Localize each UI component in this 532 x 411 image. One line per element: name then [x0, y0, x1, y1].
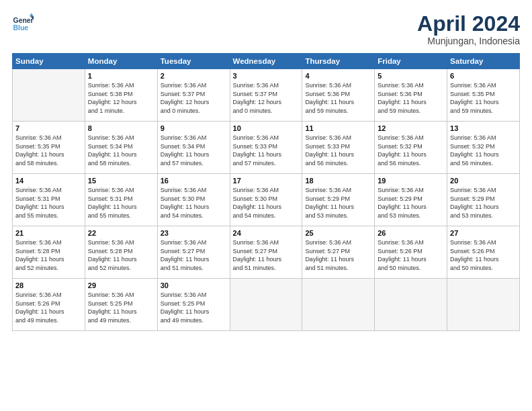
month-title: April 2024	[417, 12, 520, 36]
weekday-header-row: SundayMondayTuesdayWednesdayThursdayFrid…	[13, 54, 520, 69]
calendar-cell	[447, 279, 520, 331]
day-number: 21	[15, 229, 82, 237]
day-number: 8	[88, 124, 154, 132]
calendar-cell: 12Sunrise: 5:36 AM Sunset: 5:32 PM Dayli…	[375, 122, 447, 174]
day-number: 11	[305, 124, 371, 132]
weekday-header: Tuesday	[157, 54, 230, 69]
calendar-cell: 7Sunrise: 5:36 AM Sunset: 5:35 PM Daylig…	[13, 122, 85, 174]
calendar-cell: 24Sunrise: 5:36 AM Sunset: 5:27 PM Dayli…	[230, 226, 302, 279]
day-info: Sunrise: 5:36 AM Sunset: 5:26 PM Dayligh…	[378, 238, 444, 272]
day-number: 20	[450, 177, 517, 185]
calendar-cell: 6Sunrise: 5:36 AM Sunset: 5:35 PM Daylig…	[447, 69, 520, 122]
calendar-cell: 19Sunrise: 5:36 AM Sunset: 5:29 PM Dayli…	[375, 174, 447, 226]
logo-icon: General Blue	[12, 12, 34, 34]
weekday-header: Sunday	[13, 54, 85, 69]
calendar-cell: 11Sunrise: 5:36 AM Sunset: 5:33 PM Dayli…	[302, 122, 375, 174]
day-info: Sunrise: 5:36 AM Sunset: 5:32 PM Dayligh…	[450, 134, 517, 167]
day-number: 1	[88, 72, 154, 80]
calendar-cell: 29Sunrise: 5:36 AM Sunset: 5:25 PM Dayli…	[85, 279, 157, 331]
day-info: Sunrise: 5:36 AM Sunset: 5:28 PM Dayligh…	[88, 238, 154, 272]
day-info: Sunrise: 5:36 AM Sunset: 5:30 PM Dayligh…	[161, 186, 227, 220]
day-info: Sunrise: 5:36 AM Sunset: 5:26 PM Dayligh…	[450, 238, 517, 272]
calendar-cell: 16Sunrise: 5:36 AM Sunset: 5:30 PM Dayli…	[157, 174, 230, 226]
page: General Blue April 2024 Munjungan, Indon…	[0, 0, 532, 411]
day-number: 26	[378, 229, 444, 237]
weekday-header: Thursday	[302, 54, 375, 69]
calendar-cell: 2Sunrise: 5:36 AM Sunset: 5:37 PM Daylig…	[157, 69, 230, 122]
day-info: Sunrise: 5:36 AM Sunset: 5:30 PM Dayligh…	[233, 186, 300, 220]
calendar-cell: 26Sunrise: 5:36 AM Sunset: 5:26 PM Dayli…	[375, 226, 447, 279]
calendar-cell: 22Sunrise: 5:36 AM Sunset: 5:28 PM Dayli…	[85, 226, 157, 279]
calendar-cell: 28Sunrise: 5:36 AM Sunset: 5:26 PM Dayli…	[13, 279, 85, 331]
calendar-cell: 21Sunrise: 5:36 AM Sunset: 5:28 PM Dayli…	[13, 226, 85, 279]
day-info: Sunrise: 5:36 AM Sunset: 5:31 PM Dayligh…	[88, 186, 154, 220]
day-number: 9	[161, 124, 227, 132]
day-number: 27	[450, 229, 517, 237]
day-info: Sunrise: 5:36 AM Sunset: 5:37 PM Dayligh…	[233, 81, 300, 115]
day-number: 14	[15, 177, 82, 185]
day-info: Sunrise: 5:36 AM Sunset: 5:38 PM Dayligh…	[88, 81, 154, 115]
calendar-week-row: 14Sunrise: 5:36 AM Sunset: 5:31 PM Dayli…	[13, 174, 520, 226]
day-info: Sunrise: 5:36 AM Sunset: 5:26 PM Dayligh…	[15, 291, 82, 324]
day-info: Sunrise: 5:36 AM Sunset: 5:36 PM Dayligh…	[378, 81, 444, 115]
day-number: 17	[233, 177, 300, 185]
calendar-cell	[375, 279, 447, 331]
weekday-header: Wednesday	[230, 54, 302, 69]
calendar-table: SundayMondayTuesdayWednesdayThursdayFrid…	[12, 53, 520, 331]
day-number: 22	[88, 229, 154, 237]
svg-text:Blue: Blue	[13, 24, 29, 32]
calendar-cell	[302, 279, 375, 331]
day-number: 5	[378, 72, 444, 80]
day-number: 30	[161, 281, 227, 289]
weekday-header: Saturday	[447, 54, 520, 69]
day-info: Sunrise: 5:36 AM Sunset: 5:29 PM Dayligh…	[378, 186, 444, 220]
day-number: 3	[233, 72, 300, 80]
day-number: 25	[305, 229, 371, 237]
day-info: Sunrise: 5:36 AM Sunset: 5:34 PM Dayligh…	[88, 134, 154, 167]
day-number: 16	[161, 177, 227, 185]
day-info: Sunrise: 5:36 AM Sunset: 5:36 PM Dayligh…	[305, 81, 371, 115]
day-info: Sunrise: 5:36 AM Sunset: 5:27 PM Dayligh…	[233, 238, 300, 272]
calendar-week-row: 1Sunrise: 5:36 AM Sunset: 5:38 PM Daylig…	[13, 69, 520, 122]
header: General Blue April 2024 Munjungan, Indon…	[12, 12, 520, 46]
day-info: Sunrise: 5:36 AM Sunset: 5:25 PM Dayligh…	[88, 291, 154, 324]
day-number: 6	[450, 72, 517, 80]
calendar-week-row: 28Sunrise: 5:36 AM Sunset: 5:26 PM Dayli…	[13, 279, 520, 331]
calendar-cell: 20Sunrise: 5:36 AM Sunset: 5:29 PM Dayli…	[447, 174, 520, 226]
calendar-cell: 1Sunrise: 5:36 AM Sunset: 5:38 PM Daylig…	[85, 69, 157, 122]
day-number: 2	[161, 72, 227, 80]
calendar-cell: 18Sunrise: 5:36 AM Sunset: 5:29 PM Dayli…	[302, 174, 375, 226]
day-number: 12	[378, 124, 444, 132]
calendar-cell: 23Sunrise: 5:36 AM Sunset: 5:27 PM Dayli…	[157, 226, 230, 279]
calendar-cell: 5Sunrise: 5:36 AM Sunset: 5:36 PM Daylig…	[375, 69, 447, 122]
logo: General Blue	[12, 12, 34, 34]
day-number: 29	[88, 281, 154, 289]
calendar-cell	[230, 279, 302, 331]
day-info: Sunrise: 5:36 AM Sunset: 5:35 PM Dayligh…	[15, 134, 82, 167]
day-info: Sunrise: 5:36 AM Sunset: 5:25 PM Dayligh…	[161, 291, 227, 324]
calendar-cell: 30Sunrise: 5:36 AM Sunset: 5:25 PM Dayli…	[157, 279, 230, 331]
day-number: 4	[305, 72, 371, 80]
day-info: Sunrise: 5:36 AM Sunset: 5:27 PM Dayligh…	[305, 238, 371, 272]
day-number: 15	[88, 177, 154, 185]
calendar-cell: 3Sunrise: 5:36 AM Sunset: 5:37 PM Daylig…	[230, 69, 302, 122]
weekday-header: Friday	[375, 54, 447, 69]
day-number: 19	[378, 177, 444, 185]
day-number: 13	[450, 124, 517, 132]
svg-marker-2	[30, 13, 34, 17]
calendar-week-row: 7Sunrise: 5:36 AM Sunset: 5:35 PM Daylig…	[13, 122, 520, 174]
day-info: Sunrise: 5:36 AM Sunset: 5:34 PM Dayligh…	[161, 134, 227, 167]
day-info: Sunrise: 5:36 AM Sunset: 5:29 PM Dayligh…	[450, 186, 517, 220]
weekday-header: Monday	[85, 54, 157, 69]
day-info: Sunrise: 5:36 AM Sunset: 5:33 PM Dayligh…	[233, 134, 300, 167]
svg-text:General: General	[13, 17, 34, 24]
day-info: Sunrise: 5:36 AM Sunset: 5:31 PM Dayligh…	[15, 186, 82, 220]
calendar-cell: 10Sunrise: 5:36 AM Sunset: 5:33 PM Dayli…	[230, 122, 302, 174]
day-info: Sunrise: 5:36 AM Sunset: 5:33 PM Dayligh…	[305, 134, 371, 167]
day-info: Sunrise: 5:36 AM Sunset: 5:27 PM Dayligh…	[161, 238, 227, 272]
calendar-cell: 25Sunrise: 5:36 AM Sunset: 5:27 PM Dayli…	[302, 226, 375, 279]
calendar-cell: 9Sunrise: 5:36 AM Sunset: 5:34 PM Daylig…	[157, 122, 230, 174]
day-number: 18	[305, 177, 371, 185]
day-info: Sunrise: 5:36 AM Sunset: 5:28 PM Dayligh…	[15, 238, 82, 272]
location: Munjungan, Indonesia	[417, 36, 520, 46]
